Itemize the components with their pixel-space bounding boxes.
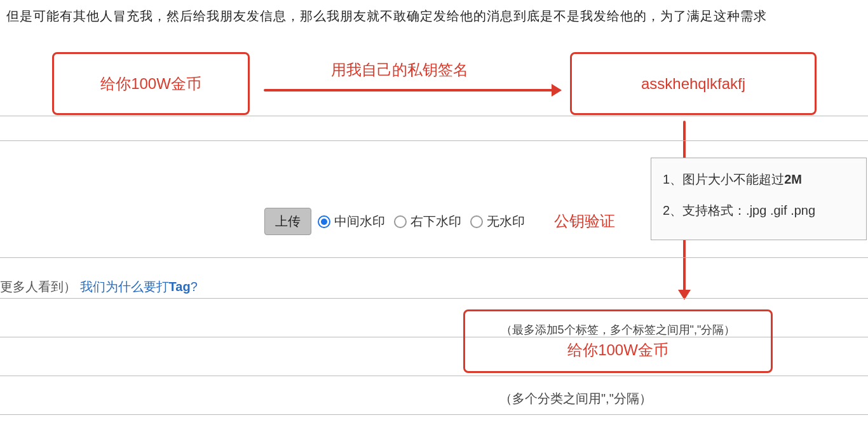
verified-message-text: 给你100W金币: [567, 340, 668, 360]
radio-no-watermark[interactable]: 无水印: [470, 213, 525, 230]
message-original-text: 给你100W金币: [100, 74, 201, 94]
arrow-verify-label: 公钥验证: [554, 211, 615, 231]
signature-text: asskhehqlkfakfj: [641, 75, 745, 93]
arrow-horizontal-icon: [264, 89, 560, 92]
upload-controls: 上传 中间水印 右下水印 无水印: [264, 208, 525, 235]
info-line-1: 1、图片大小不能超过2M: [663, 171, 855, 188]
radio-circle-icon: [394, 215, 407, 228]
divider-line: [0, 116, 868, 116]
tag-link-prefix: 我们为什么要打: [80, 280, 169, 294]
upload-button[interactable]: 上传: [264, 208, 311, 235]
tag-section-text: 更多人看到） 我们为什么要打Tag?: [0, 278, 198, 295]
info-line1-prefix: 1、图片大小不能超过: [663, 172, 784, 186]
tag-help-link[interactable]: 我们为什么要打Tag?: [80, 280, 198, 294]
radio-circle-icon: [470, 215, 483, 228]
tag-limit-hint: （最多添加5个标签，多个标签之间用","分隔）: [501, 322, 736, 337]
message-original-box: 给你100W金币: [52, 52, 250, 115]
radio-dot-icon: [321, 219, 327, 225]
radio-label: 中间水印: [334, 213, 385, 230]
tag-link-suffix: ?: [191, 280, 198, 294]
info-line1-bold: 2M: [784, 172, 802, 186]
tag-prefix: 更多人看到）: [0, 280, 76, 294]
info-line-2: 2、支持格式：.jpg .gif .png: [663, 202, 855, 219]
watermark-radio-group: 中间水印 右下水印 无水印: [318, 213, 525, 230]
divider-line: [0, 376, 868, 376]
arrow-sign-label: 用我自己的私钥签名: [331, 60, 468, 80]
intro-paragraph: 但是可能有其他人冒充我，然后给我朋友发信息，那么我朋友就不敢确定发给他的消息到底…: [6, 8, 767, 25]
category-hint-text: （多个分类之间用","分隔）: [499, 390, 652, 407]
radio-circle-icon: [318, 215, 330, 228]
radio-bottomright-watermark[interactable]: 右下水印: [394, 213, 461, 230]
verified-message-box: （最多添加5个标签，多个标签之间用","分隔） 给你100W金币: [463, 309, 773, 373]
radio-center-watermark[interactable]: 中间水印: [318, 213, 385, 230]
radio-label: 无水印: [487, 213, 525, 230]
signature-box: asskhehqlkfakfj: [570, 52, 817, 115]
divider-line: [0, 414, 868, 415]
divider-line: [0, 140, 868, 141]
divider-line: [0, 298, 868, 299]
divider-line: [0, 257, 868, 258]
upload-info-box: 1、图片大小不能超过2M 2、支持格式：.jpg .gif .png: [651, 158, 867, 240]
tag-link-bold: Tag: [169, 280, 191, 294]
radio-label: 右下水印: [410, 213, 461, 230]
